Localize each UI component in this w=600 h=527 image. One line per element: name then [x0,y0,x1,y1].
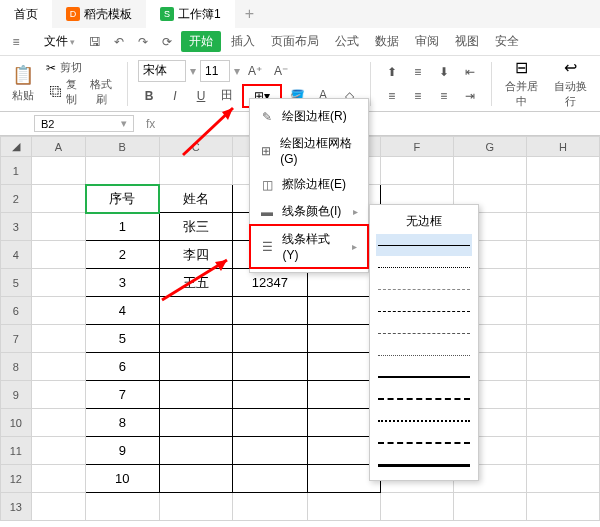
menu-security[interactable]: 安全 [489,31,525,52]
cell-reference-box[interactable]: B2 ▾ [34,115,134,132]
col-header[interactable]: B [86,137,159,157]
wrap-button[interactable]: ↩ 自动换行 [547,56,594,111]
align-left-button[interactable]: ≡ [381,85,403,107]
row-header[interactable]: 4 [1,241,32,269]
col-header[interactable]: G [453,137,526,157]
menu-icon[interactable]: ≡ [6,32,26,52]
menu-file[interactable]: 文件▾ [38,31,81,52]
line-style-item[interactable] [376,410,472,432]
copy-icon: ⿻ [50,85,62,99]
line-style-item[interactable] [376,322,472,344]
line-style-item[interactable]: ☰ 线条样式(Y) ▸ [249,224,369,269]
row-header[interactable]: 1 [1,157,32,185]
row-header[interactable]: 3 [1,213,32,241]
paste-button[interactable]: 📋 粘贴 [6,62,40,105]
refresh-icon[interactable]: ⟳ [157,32,177,52]
menu-layout[interactable]: 页面布局 [265,31,325,52]
tab-workbook1[interactable]: S 工作簿1 [146,0,235,28]
cell[interactable]: 张三 [159,213,232,241]
style-icon: ☰ [261,240,274,254]
tab-home[interactable]: 首页 [0,0,52,28]
merge-button[interactable]: ⊟ 合并居中 [498,56,545,111]
draw-border-item[interactable]: ✎ 绘图边框(R) [250,103,368,130]
col-header[interactable]: A [31,137,85,157]
undo-icon[interactable]: ↶ [109,32,129,52]
line-color-item[interactable]: ▬ 线条颜色(I) ▸ [250,198,368,225]
row-header[interactable]: 13 [1,493,32,521]
format-painter-button[interactable]: 格式刷 [85,77,117,107]
line-none-item[interactable]: 无边框 [376,209,472,234]
cut-button[interactable]: ✂ 剪切 [42,60,121,75]
cell[interactable]: 10 [86,465,159,493]
row-header[interactable]: 2 [1,185,32,213]
tab-add-button[interactable]: + [235,5,264,23]
row-header[interactable]: 9 [1,381,32,409]
cell[interactable]: 4 [86,297,159,325]
cell[interactable]: 王五 [159,269,232,297]
cell[interactable]: 1 [86,213,159,241]
menu-formula[interactable]: 公式 [329,31,365,52]
row-header[interactable]: 6 [1,297,32,325]
cell[interactable]: 姓名 [159,185,232,213]
save-icon[interactable]: 🖫 [85,32,105,52]
cell[interactable]: 序号 [86,185,159,213]
font-increase-button[interactable]: A⁺ [244,60,266,82]
align-bottom-button[interactable]: ⬇ [433,61,455,83]
row-header[interactable]: 12 [1,465,32,493]
menu-review[interactable]: 审阅 [409,31,445,52]
cell[interactable]: 8 [86,409,159,437]
indent-left-button[interactable]: ⇤ [459,61,481,83]
line-style-item[interactable] [376,256,472,278]
italic-button[interactable]: I [164,85,186,107]
col-header[interactable]: C [159,137,232,157]
tab-docer[interactable]: D 稻壳模板 [52,0,146,28]
cell[interactable]: 9 [86,437,159,465]
line-style-item[interactable] [376,432,472,454]
draw-border-grid-item[interactable]: ⊞ 绘图边框网格(G) [250,130,368,171]
wrap-icon: ↩ [564,58,577,77]
font-size-select[interactable]: 11 [200,60,230,82]
align-right-button[interactable]: ≡ [433,85,455,107]
chevron-right-icon: ▸ [353,206,358,217]
line-style-item[interactable] [376,366,472,388]
line-style-item[interactable] [376,344,472,366]
row-header[interactable]: 10 [1,409,32,437]
fx-button[interactable]: fx [138,117,163,131]
font-name-select[interactable]: 宋体 [138,60,186,82]
cell[interactable]: 7 [86,381,159,409]
select-all-corner[interactable]: ◢ [1,137,32,157]
underline-button[interactable]: U [190,85,212,107]
pencil-icon: ✎ [260,110,274,124]
line-style-item[interactable] [376,278,472,300]
row-header[interactable]: 5 [1,269,32,297]
menu-data[interactable]: 数据 [369,31,405,52]
redo-icon[interactable]: ↷ [133,32,153,52]
align-top-button[interactable]: ⬆ [381,61,403,83]
erase-border-item[interactable]: ◫ 擦除边框(E) [250,171,368,198]
menu-start[interactable]: 开始 [181,31,221,52]
indent-right-button[interactable]: ⇥ [459,85,481,107]
cell[interactable]: 3 [86,269,159,297]
line-style-item[interactable] [376,388,472,410]
col-header[interactable]: F [380,137,453,157]
align-center-button[interactable]: ≡ [407,85,429,107]
font-decrease-button[interactable]: A⁻ [270,60,292,82]
align-middle-button[interactable]: ≡ [407,61,429,83]
chevron-right-icon: ▸ [352,241,357,252]
menu-insert[interactable]: 插入 [225,31,261,52]
cell[interactable]: 2 [86,241,159,269]
cell[interactable]: 李四 [159,241,232,269]
line-style-item[interactable] [376,300,472,322]
strikethrough-button[interactable]: 田 [216,85,238,107]
bold-button[interactable]: B [138,85,160,107]
line-style-item[interactable] [376,234,472,256]
cell[interactable]: 6 [86,353,159,381]
line-style-item[interactable] [376,454,472,476]
col-header[interactable]: H [526,137,599,157]
row-header[interactable]: 8 [1,353,32,381]
copy-button[interactable]: ⿻ 复制 [46,77,81,107]
row-header[interactable]: 11 [1,437,32,465]
cell[interactable]: 5 [86,325,159,353]
row-header[interactable]: 7 [1,325,32,353]
menu-view[interactable]: 视图 [449,31,485,52]
